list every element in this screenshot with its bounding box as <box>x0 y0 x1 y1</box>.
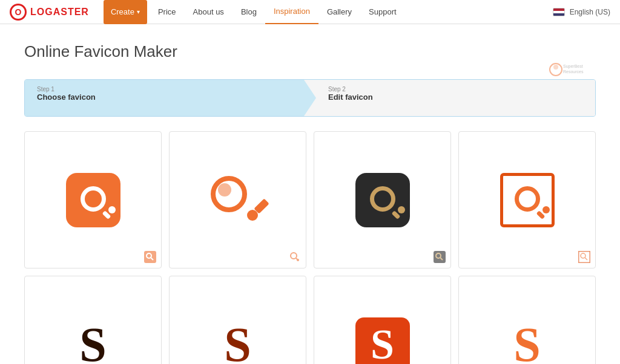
logo-icon: O <box>10 4 27 21</box>
search-plain-icon <box>211 176 265 224</box>
language-selector[interactable]: English (US) <box>553 8 610 16</box>
search-dark-rounded-icon <box>355 173 410 227</box>
nav-gallery[interactable]: Gallery <box>318 0 360 24</box>
favicon-grid: S S S S S S <box>24 131 596 364</box>
language-label: English (US) <box>570 8 610 16</box>
dropdown-arrow-icon: ▾ <box>137 8 140 15</box>
favicon-card-4[interactable] <box>458 131 596 268</box>
nav-support[interactable]: Support <box>360 0 405 24</box>
step-1-label: Choose favicon <box>37 93 292 102</box>
step-arrow <box>304 80 316 116</box>
favicon-card-8[interactable]: S S <box>458 276 596 364</box>
steps-bar: Step 1 Choose favicon Step 2 Edit favico… <box>24 79 596 117</box>
svg-point-9 <box>297 259 299 261</box>
favicon-card-1[interactable] <box>24 131 162 268</box>
svg-point-1 <box>553 65 558 70</box>
svg-rect-4 <box>144 251 156 263</box>
nav-blog[interactable]: Blog <box>232 0 265 24</box>
search-orange-rounded-icon <box>66 173 120 227</box>
main-content: SuperBest Resources Online Favicon Maker… <box>0 24 620 364</box>
search-outline-icon <box>500 173 555 227</box>
svg-point-14 <box>581 253 585 258</box>
svg-point-7 <box>291 253 297 259</box>
favicon-card-3[interactable] <box>314 131 451 268</box>
flag-icon <box>553 8 565 16</box>
step-2-number: Step 2 <box>328 86 583 93</box>
letter-s-brown: S <box>224 320 251 365</box>
navbar: O LOGASTER Create ▾ Price About us Blog … <box>0 0 620 24</box>
letter-s-orange: S <box>513 320 541 365</box>
step-2: Step 2 Edit favicon <box>316 80 595 116</box>
favicon-card-2[interactable] <box>169 131 306 268</box>
s-orange-bg-icon: S <box>355 317 410 365</box>
svg-rect-10 <box>434 251 446 263</box>
nav-price[interactable]: Price <box>150 0 185 24</box>
svg-line-15 <box>585 258 587 260</box>
nav-create[interactable]: Create ▾ <box>104 0 147 24</box>
svg-text:SuperBest: SuperBest <box>563 64 583 69</box>
step-2-label: Edit favicon <box>328 93 583 102</box>
card-thumb-icon-4 <box>577 250 592 264</box>
favicon-card-6[interactable]: S S <box>169 276 306 364</box>
step-1-number: Step 1 <box>37 86 292 93</box>
sponsor-logo: SuperBest Resources <box>547 60 596 79</box>
nav-about[interactable]: About us <box>185 0 232 24</box>
nav-inspiration[interactable]: Inspiration <box>265 0 318 24</box>
svg-text:Resources: Resources <box>563 70 584 74</box>
card-thumb-icon-1 <box>143 250 157 264</box>
letter-s-white: S <box>371 323 394 365</box>
step-1: Step 1 Choose favicon <box>25 80 304 116</box>
page-title: Online Favicon Maker <box>24 42 596 61</box>
favicon-card-5[interactable]: S S <box>24 276 162 364</box>
logo[interactable]: O LOGASTER <box>10 4 89 21</box>
svg-rect-13 <box>578 251 590 263</box>
card-thumb-icon-2 <box>288 250 302 264</box>
favicon-card-7[interactable]: S S <box>314 276 451 364</box>
letter-s-dark: S <box>79 320 107 365</box>
nav-links: Create ▾ Price About us Blog Inspiration… <box>104 0 553 24</box>
logo-text: LOGASTER <box>30 7 89 18</box>
card-thumb-icon-3 <box>432 250 447 264</box>
